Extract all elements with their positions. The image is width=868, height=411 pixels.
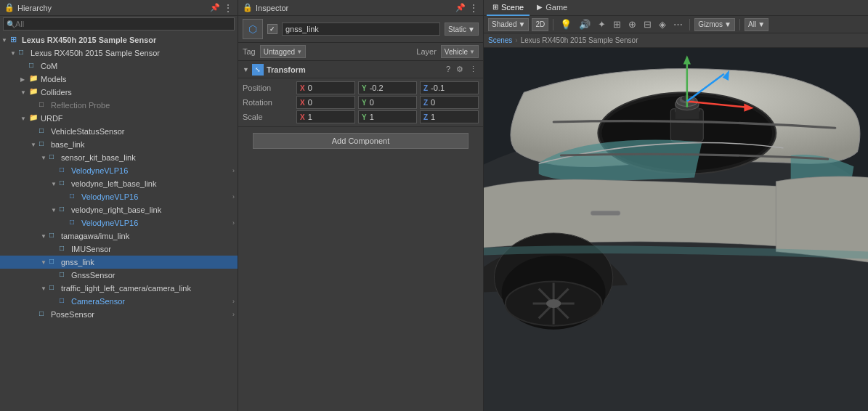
transform-icon: ⤡ bbox=[252, 64, 264, 76]
label-pose-sensor: PoseSensor bbox=[51, 310, 94, 319]
tree-item-camera-sensor[interactable]: ▶ □ CameraSensor › bbox=[0, 295, 238, 308]
transform-toggle[interactable]: ▼ bbox=[243, 66, 249, 73]
icon-lexus: □ bbox=[19, 48, 29, 58]
arrow-root: ▼ bbox=[1, 37, 10, 44]
tree-item-vehicle-status[interactable]: ▶ □ VehicleStatusSensor bbox=[0, 125, 238, 138]
tree-item-velodyne-left2[interactable]: ▶ □ VelodyneVLP16 › bbox=[0, 190, 238, 203]
icon-gnss-link: □ bbox=[49, 257, 60, 267]
icon-sensor-kit: □ bbox=[49, 152, 60, 163]
icon-base-link: □ bbox=[39, 139, 49, 150]
position-x-field[interactable]: X 0 bbox=[296, 81, 355, 94]
breadcrumb-scenes[interactable]: Scenes bbox=[488, 36, 512, 44]
tree-item-velodyne-left[interactable]: ▼ □ velodyne_left_base_link bbox=[0, 177, 238, 190]
arrow-colliders: ▼ bbox=[20, 89, 29, 96]
layer-select[interactable]: Vehicle ▼ bbox=[441, 45, 479, 58]
shaded-dropdown[interactable]: Shaded ▼ bbox=[488, 18, 529, 31]
label-velodyne-right2: VelodyneVLP16 bbox=[81, 219, 138, 227]
transform-menu-icon[interactable]: ⋮ bbox=[468, 65, 479, 74]
tree-item-gnss-sensor[interactable]: ▶ □ GnssSensor bbox=[0, 269, 238, 282]
tree-item-sensor-kit[interactable]: ▼ □ sensor_kit_base_link bbox=[0, 151, 238, 164]
more-icon[interactable]: ⋯ bbox=[671, 19, 685, 30]
grid-icon[interactable]: ⊟ bbox=[641, 19, 654, 30]
rotation-y-axis: Y bbox=[362, 99, 367, 107]
transform-help: ? ⚙ ⋮ bbox=[445, 65, 479, 74]
tree-item-urdf[interactable]: ▼ 📁 URDF bbox=[0, 112, 238, 125]
inspector-pin-icon[interactable]: 📌 bbox=[455, 3, 466, 12]
chevron-velodyne-right2: › bbox=[232, 219, 235, 227]
viewport-canvas[interactable] bbox=[484, 48, 868, 411]
rotation-x-field[interactable]: X 0 bbox=[296, 96, 355, 109]
viewport-toolbar: Shaded ▼ 2D 💡 🔊 ✦ ⊞ ⊕ ⊟ ◈ ⋯ Gizmos ▼ All… bbox=[484, 16, 868, 33]
tree-item-lexus[interactable]: ▼ □ Lexus RX450h 2015 Sample Sensor bbox=[0, 46, 238, 60]
inspector-panel: 🔒 Inspector 📌 ⋮ ⬡ Static ▼ Tag Untagged … bbox=[238, 0, 484, 411]
inspector-menu-icon[interactable]: ⋮ bbox=[469, 2, 479, 14]
label-gnss-sensor: GnssSensor bbox=[71, 271, 115, 280]
tree-item-traffic-light[interactable]: ▼ □ traffic_light_left_camera/camera_lin… bbox=[0, 282, 238, 295]
tree-item-pose-sensor[interactable]: ▶ □ PoseSensor › bbox=[0, 308, 238, 321]
svg-rect-18 bbox=[591, 211, 620, 215]
render-icon[interactable]: ◈ bbox=[657, 19, 668, 30]
scale-y-field[interactable]: Y 1 bbox=[358, 110, 417, 123]
tree-item-models[interactable]: ▶ 📁 Models bbox=[0, 73, 238, 86]
all-dropdown[interactable]: All ▼ bbox=[745, 18, 768, 31]
position-y-field[interactable]: Y -0.2 bbox=[358, 81, 417, 94]
tag-layer-row: Tag Untagged ▼ Layer Vehicle ▼ bbox=[238, 43, 483, 61]
hierarchy-menu-icon[interactable]: ⋮ bbox=[223, 2, 233, 14]
tree-item-reflection-probe[interactable]: ▶ □ Reflection Probe bbox=[0, 99, 238, 112]
label-velodyne-left: velodyne_left_base_link bbox=[71, 179, 156, 188]
hierarchy-pin-icon[interactable]: 📌 bbox=[210, 3, 220, 12]
light-icon[interactable]: 💡 bbox=[558, 19, 574, 30]
tree-item-gnss-link[interactable]: ▼ □ gnss_link bbox=[0, 256, 238, 269]
static-button[interactable]: Static ▼ bbox=[445, 23, 479, 36]
scale-x-axis: X bbox=[300, 113, 305, 121]
obj-name-input[interactable] bbox=[282, 23, 440, 36]
scale-label: Scale bbox=[243, 110, 293, 123]
tab-scene[interactable]: ⊞ Scene bbox=[487, 0, 530, 16]
shaded-dropdown-icon: ▼ bbox=[518, 20, 525, 28]
position-z-field[interactable]: Z -0.1 bbox=[420, 81, 479, 94]
label-sensor-kit: sensor_kit_base_link bbox=[61, 153, 136, 162]
audio-icon[interactable]: 🔊 bbox=[577, 19, 593, 30]
scene-icon2[interactable]: ⊞ bbox=[611, 19, 623, 30]
breadcrumb-scene-name: Lexus RX450h 2015 Sample Sensor bbox=[521, 36, 638, 44]
effects-icon[interactable]: ✦ bbox=[596, 19, 608, 30]
obj-active-checkbox[interactable] bbox=[267, 24, 277, 34]
tab-game[interactable]: ▶ Game bbox=[531, 0, 573, 16]
tree-item-colliders[interactable]: ▼ 📁 Colliders bbox=[0, 86, 238, 99]
inspector-header-icons: 📌 ⋮ bbox=[455, 2, 479, 14]
tree-item-imu[interactable]: ▶ □ IMUSensor bbox=[0, 243, 238, 256]
tree-item-root[interactable]: ▼ ⊞ Lexus RX450h 2015 Sample Sensor bbox=[0, 33, 238, 46]
scale-x-field[interactable]: X 1 bbox=[296, 110, 355, 123]
tree-item-base-link[interactable]: ▼ □ base_link bbox=[0, 138, 238, 151]
tree-item-com[interactable]: ▶ □ CoM bbox=[0, 60, 238, 73]
rotation-z-field[interactable]: Z 0 bbox=[420, 96, 479, 109]
tree-item-velodyne1[interactable]: ▶ □ VelodyneVLP16 › bbox=[0, 164, 238, 177]
tree-item-tamagawa[interactable]: ▼ □ tamagawa/imu_link bbox=[0, 229, 238, 243]
tag-value: Untagged bbox=[264, 48, 295, 56]
scale-z-field[interactable]: Z 1 bbox=[420, 110, 479, 123]
tree-item-velodyne-right2[interactable]: ▶ □ VelodyneVLP16 › bbox=[0, 216, 238, 229]
arrow-lexus: ▼ bbox=[10, 50, 19, 57]
search-input[interactable] bbox=[15, 20, 231, 28]
static-dropdown-icon: ▼ bbox=[468, 25, 475, 33]
rotation-y-field[interactable]: Y 0 bbox=[358, 96, 417, 109]
scene-viewport-svg bbox=[484, 48, 868, 411]
nav-icon[interactable]: ⊕ bbox=[626, 19, 638, 30]
icon-root: ⊞ bbox=[10, 35, 20, 45]
icon-gnss-sensor: □ bbox=[60, 270, 70, 280]
transform-help-icon[interactable]: ? bbox=[445, 65, 452, 74]
all-dropdown-icon: ▼ bbox=[758, 20, 765, 28]
label-root: Lexus RX450h 2015 Sample Sensor bbox=[22, 36, 156, 44]
label-base-link: base_link bbox=[51, 140, 84, 149]
icon-velodyne-right: □ bbox=[60, 205, 70, 215]
label-velodyne-right: velodyne_right_base_link bbox=[71, 206, 161, 214]
tree-item-velodyne-right[interactable]: ▼ □ velodyne_right_base_link bbox=[0, 203, 238, 216]
2d-label: 2D bbox=[535, 20, 545, 28]
position-x-axis: X bbox=[300, 84, 305, 92]
transform-settings-icon[interactable]: ⚙ bbox=[455, 65, 465, 74]
gizmos-dropdown[interactable]: Gizmos ▼ bbox=[694, 18, 735, 31]
add-component-button[interactable]: Add Component bbox=[253, 133, 469, 149]
2d-toggle[interactable]: 2D bbox=[532, 18, 548, 31]
tag-select[interactable]: Untagged ▼ bbox=[260, 45, 306, 58]
icon-imu: □ bbox=[60, 244, 70, 254]
